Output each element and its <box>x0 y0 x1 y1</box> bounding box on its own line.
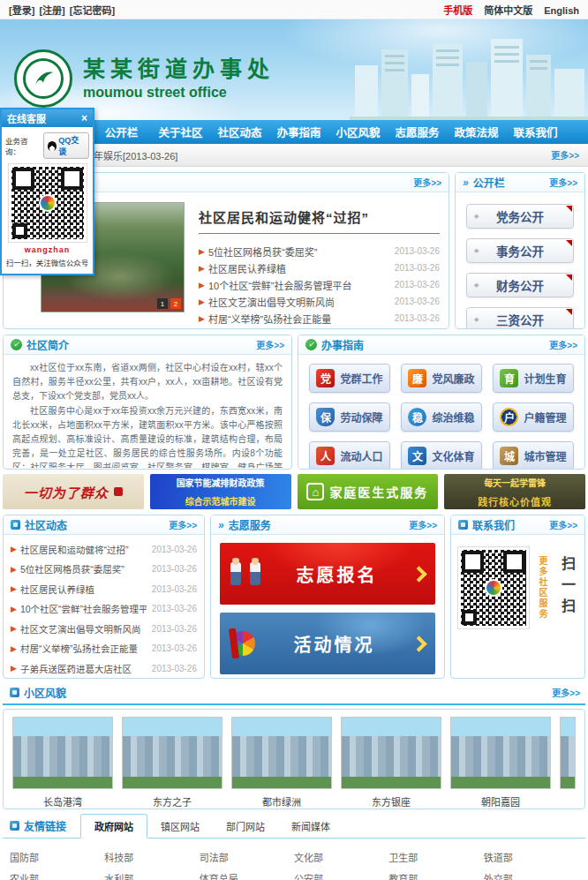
three-assets-button[interactable]: 三资公开 <box>466 307 574 329</box>
household-badge-icon: 户 <box>500 408 518 426</box>
nav-item-openboard[interactable]: 公开栏 <box>92 124 151 140</box>
featured-headline[interactable]: 社区居民和运动健将“过招” <box>199 207 440 226</box>
gallery-item[interactable]: 都市绿洲 <box>231 717 332 809</box>
labor-shield-icon: 保 <box>316 408 335 426</box>
gallery-item-partial[interactable] <box>560 717 576 809</box>
news-link[interactable]: 村居“义举榜”弘扬社会正能量 <box>20 642 147 655</box>
friend-link[interactable]: 国防部 <box>10 850 104 864</box>
news-date: 2013-03-26 <box>152 604 197 613</box>
tab-town-sites[interactable]: 镇区网站 <box>147 815 213 838</box>
community-more-link[interactable]: 更多>> <box>552 686 580 699</box>
general-affairs-button[interactable]: 事务公开 <box>466 238 574 263</box>
nav-item-contact[interactable]: 联系我们 <box>506 124 565 140</box>
news-link[interactable]: 社区居民认养绿植 <box>20 583 147 596</box>
news-item: ▶10个社区“尝鲜”社会服务管理平台2013-03-26 <box>11 599 197 620</box>
news-link[interactable]: 社区居民认养绿植 <box>208 261 389 275</box>
banner-learn-leifeng[interactable]: 每天一起学雷锋 践行核心价值观 <box>444 474 585 509</box>
mobile-version-link[interactable]: 手机版 <box>443 5 472 16</box>
ticker-headline[interactable]: 老年娱乐[2013-03-26] <box>84 148 551 162</box>
register-link[interactable]: [注册] <box>39 5 64 16</box>
news-link[interactable]: 5位社区网格员获“委屈奖” <box>20 562 147 575</box>
contact-more-link[interactable]: 更多>> <box>549 518 577 531</box>
tab-department-sites[interactable]: 部门网站 <box>213 815 278 838</box>
estate-photo <box>450 717 551 789</box>
nav-item-guide[interactable]: 办事指南 <box>269 124 328 140</box>
guide-more-link[interactable]: 更多>> <box>549 338 577 351</box>
banner-family-doctor[interactable]: ⌂ 家庭医生式服务 <box>298 474 439 509</box>
banner-for-the-people[interactable]: 一切为了群众 <box>3 474 144 509</box>
guide-party-work-button[interactable]: 党党群工作 <box>309 364 390 393</box>
volunteer-figure-icon <box>230 562 241 585</box>
open-board-more-link[interactable]: 更多>> <box>549 176 577 189</box>
guide-stability-button[interactable]: 稳综治维稳 <box>401 402 482 432</box>
banner-energy-policy[interactable]: 国家节能减排财政政策 综合示范城市建设 <box>150 474 291 509</box>
double-arrow-icon <box>218 519 224 531</box>
gallery-item[interactable]: 东方银座 <box>341 717 441 809</box>
migrant-people-icon: 人 <box>316 447 335 465</box>
friend-link[interactable]: 卫生部 <box>388 850 483 864</box>
financial-affairs-button[interactable]: 财务公开 <box>466 273 574 297</box>
open-board-header: 公开栏 更多>> <box>456 173 584 192</box>
simplified-chinese-link[interactable]: 简体中文版 <box>484 5 532 16</box>
gallery-item[interactable]: 东方之子 <box>122 717 222 809</box>
guide-labor-security-button[interactable]: 保劳动保障 <box>309 402 390 432</box>
family-planning-icon: 育 <box>500 369 518 387</box>
nav-item-dynamics[interactable]: 社区动态 <box>210 124 269 140</box>
party-affairs-button[interactable]: 党务公开 <box>466 204 574 229</box>
login-link[interactable]: [登录] <box>9 5 34 16</box>
guide-household-registry-button[interactable]: 户户籍管理 <box>493 402 574 432</box>
estate-name: 长岛港湾 <box>12 794 113 809</box>
volunteer-more-link[interactable]: 更多>> <box>409 518 437 531</box>
guide-city-management-button[interactable]: 城城市管理 <box>493 441 574 470</box>
volunteer-service-panel: 志愿服务 更多>> 志愿报名 活动情况 <box>210 515 445 679</box>
qr-corner <box>462 610 477 625</box>
news-link[interactable]: 5位社区网格员获“委屈奖” <box>208 244 389 259</box>
featured-more-link[interactable]: 更多>> <box>413 176 441 189</box>
english-link[interactable]: English <box>544 5 579 16</box>
guide-clean-governance-button[interactable]: 廉党风廉政 <box>401 364 482 393</box>
bullet-icon: ▶ <box>11 565 17 574</box>
friend-link[interactable]: 文化部 <box>294 850 388 864</box>
tab-government-sites[interactable]: 政府网站 <box>80 814 147 839</box>
friend-link[interactable]: 科技部 <box>104 850 199 864</box>
friend-link[interactable]: 铁道部 <box>484 850 578 864</box>
news-link[interactable]: 社区居民和运动健将“过招” <box>20 543 147 556</box>
news-link[interactable]: 社区文艺演出倡导文明新风尚 <box>208 295 389 309</box>
volunteer-title: 志愿服务 <box>229 517 271 532</box>
friend-link[interactable]: 体育总局 <box>200 871 294 880</box>
tab-news-media[interactable]: 新闻媒体 <box>278 815 343 838</box>
news-link[interactable]: 子弟兵送医药进葛大店社区 <box>20 662 147 675</box>
friend-link[interactable]: 农业部 <box>10 871 104 880</box>
activity-status-banner[interactable]: 活动情况 <box>220 613 435 674</box>
news-link[interactable]: 村居“义举榜”弘扬社会正能量 <box>208 312 389 326</box>
volunteer-signup-banner[interactable]: 志愿报名 <box>220 543 435 605</box>
news-link[interactable]: 10个社区“尝鲜”社会服务管理平台 <box>208 278 389 292</box>
intro-more-link[interactable]: 更多>> <box>256 338 284 351</box>
friend-link[interactable]: 教育部 <box>388 871 483 880</box>
news-link[interactable]: 社区文艺演出倡导文明新风尚 <box>20 622 147 636</box>
guide-family-planning-button[interactable]: 育计划生育 <box>493 364 574 393</box>
check-circle-icon <box>305 339 317 350</box>
friend-link[interactable]: 司法部 <box>200 850 294 864</box>
nav-item-community[interactable]: 小区风貌 <box>328 124 388 140</box>
friend-link[interactable]: 水利部 <box>104 871 199 880</box>
guide-migrant-population-button[interactable]: 人流动人口 <box>309 441 390 470</box>
guide-culture-sport-button[interactable]: 文文化体育 <box>401 441 482 470</box>
friend-link[interactable]: 公安部 <box>294 871 388 880</box>
qr-corner <box>12 223 27 238</box>
forgot-password-link[interactable]: [忘记密码] <box>70 5 115 16</box>
gallery-item[interactable]: 长岛港湾 <box>12 717 113 809</box>
dynamics-more-link[interactable]: 更多>> <box>169 518 197 531</box>
nav-item-about[interactable]: 关于社区 <box>151 124 210 140</box>
pager-dot-2[interactable]: 2 <box>170 298 181 309</box>
gallery-item[interactable]: 朝阳嘉园 <box>450 717 551 809</box>
close-icon[interactable]: × <box>81 112 87 124</box>
ticker-more-link[interactable]: 更多>> <box>551 148 579 162</box>
nav-item-policy[interactable]: 政策法规 <box>447 124 506 140</box>
pager-dot-1[interactable]: 1 <box>157 298 168 309</box>
bullet-icon: ▶ <box>199 314 205 323</box>
news-link[interactable]: 10个社区“尝鲜”社会服务管理平台 <box>20 602 147 615</box>
qq-chat-button[interactable]: QQ交谈 <box>43 132 89 159</box>
friend-link[interactable]: 外交部 <box>484 871 578 880</box>
nav-item-volunteer[interactable]: 志愿服务 <box>388 124 447 140</box>
